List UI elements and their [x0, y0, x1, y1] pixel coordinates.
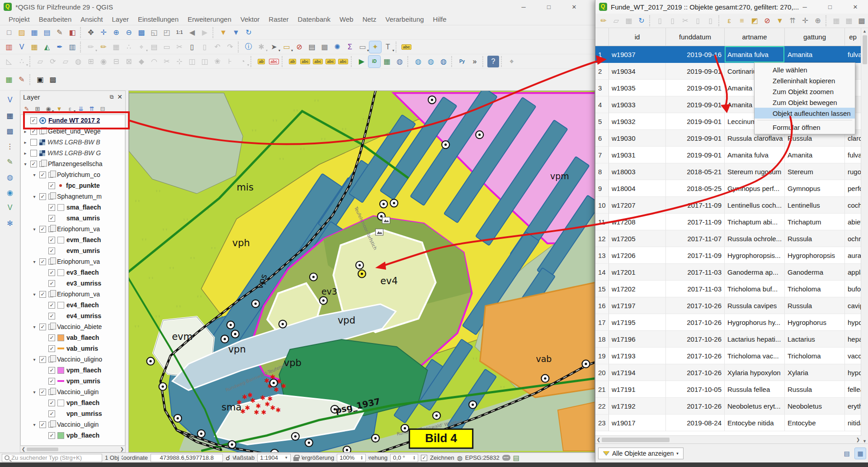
save-layer-edits-icon[interactable]: ▦: [110, 41, 122, 53]
crs-value[interactable]: EPSG:25832: [465, 454, 500, 461]
cell-gattung[interactable]: Gymnopus: [785, 180, 845, 197]
panel-close-icon[interactable]: ✕: [117, 93, 123, 100]
attr-toggle-editing-icon[interactable]: ✏: [598, 15, 609, 27]
attr-move-selection-top-icon[interactable]: ⇈: [787, 15, 798, 27]
add-mesh-layer-icon[interactable]: ◭: [41, 41, 53, 53]
map-canvas[interactable]: ♀♀♀♀♀♀♀♀♀♀♀♀♀♀♀♀♀♀♀♀♀♀♀♀♀♀♀♀♀♀♀♀♀♀♀♀♀♀♀♀…: [128, 91, 595, 453]
layer-tree-item-eriophorum-va[interactable]: ▾✓Eriophorum_va: [21, 256, 125, 267]
main-maximize-button[interactable]: □: [536, 0, 561, 14]
cell-gattung[interactable]: Ganoderma: [785, 264, 845, 281]
cell-artname[interactable]: Lentinellus coch...: [725, 197, 785, 214]
layer-visibility-checkbox[interactable]: ✓: [48, 237, 55, 243]
open-project-icon[interactable]: ▨: [16, 27, 28, 38]
cell-rownum[interactable]: 17: [595, 314, 609, 331]
rotate-label-icon[interactable]: abc: [325, 56, 336, 67]
log-icon[interactable]: ▤: [513, 454, 519, 462]
cell-rownum[interactable]: 22: [595, 398, 609, 415]
layer-visibility-checkbox[interactable]: [30, 150, 37, 157]
layer-visibility-checkbox[interactable]: ✓: [48, 410, 55, 417]
cell-rownum[interactable]: 19: [595, 348, 609, 364]
cell-artname[interactable]: Lactarius hepati...: [725, 331, 785, 348]
cell-rownum[interactable]: 21: [595, 381, 609, 398]
map-find-marker[interactable]: [433, 412, 440, 419]
tree-expander-icon[interactable]: ▾: [23, 162, 28, 167]
cell-id[interactable]: w17194: [609, 364, 666, 381]
tree-expander-icon[interactable]: ▾: [32, 194, 37, 199]
layer-tree-item-eriophorum-va[interactable]: ▾✓Eriophorum_va: [21, 224, 125, 234]
attr-vscrollbar[interactable]: ▲ ▼: [861, 28, 868, 444]
identify-features-icon[interactable]: ⓘ: [243, 41, 255, 53]
fill-ring-icon[interactable]: ◉: [98, 56, 109, 67]
cell-gattung[interactable]: Amanita: [785, 46, 845, 63]
open-layer-styling-icon[interactable]: ✎: [22, 104, 32, 114]
cell-id[interactable]: w17202: [609, 281, 666, 297]
field-calculator-icon[interactable]: ▩: [319, 41, 330, 53]
cell-rownum[interactable]: 13: [595, 247, 609, 264]
table-view-toggle[interactable]: ▦: [855, 448, 866, 459]
save-project-icon[interactable]: ▦: [28, 27, 40, 38]
map-find-marker[interactable]: [541, 375, 549, 382]
menu-einstellungen[interactable]: Einstellungen: [134, 14, 183, 24]
delete-part-icon[interactable]: ⊠: [123, 56, 135, 67]
table-row-w18003[interactable]: 8w180032018-05-21Stereum rugosumStereumr…: [595, 163, 861, 180]
table-row-w19031[interactable]: 7w190312019-09-01Amanita fulvaAmanitaful…: [595, 147, 861, 163]
wms-search-icon[interactable]: ◍: [425, 56, 437, 67]
attr-reload-icon[interactable]: ↻: [636, 15, 647, 27]
table-row-w17196[interactable]: 18w171962017-10-26Lactarius hepati...Lac…: [595, 331, 861, 348]
cell-id[interactable]: w17201: [609, 264, 666, 281]
column-header-funddatum[interactable]: funddatum: [666, 28, 725, 46]
cell-rownum[interactable]: 16: [595, 297, 609, 314]
processing-gear-icon[interactable]: ✺: [331, 41, 343, 53]
cell-rownum[interactable]: 12: [595, 230, 609, 247]
pin-labels-icon[interactable]: ab: [287, 56, 298, 67]
label-toolbar-abc-icon[interactable]: abc: [401, 41, 412, 53]
tree-expander-icon[interactable]: ▸: [23, 129, 28, 134]
layer-visibility-checkbox[interactable]: ✓: [48, 182, 55, 189]
menu-ansicht[interactable]: Ansicht: [76, 14, 107, 24]
messages-icon[interactable]: •••: [502, 455, 510, 461]
zoom-in-icon[interactable]: ⊕: [110, 27, 122, 38]
layer-diagram-icon[interactable]: abc: [268, 56, 280, 67]
cell-id[interactable]: w17205: [609, 230, 666, 247]
help-contents-icon[interactable]: ?: [487, 56, 499, 67]
layer-visibility-checkbox[interactable]: ✓: [48, 345, 55, 352]
layer-tree-item-ev4-umriss[interactable]: ✓ev4_umriss: [21, 310, 125, 321]
cell-rownum[interactable]: 3: [595, 80, 609, 96]
tree-expander-icon[interactable]: ▾: [32, 357, 37, 362]
map-find-marker[interactable]: [372, 434, 379, 442]
attr-field-calculator-icon[interactable]: ▩: [856, 15, 868, 27]
cell-funddatum[interactable]: 2017-10-26: [666, 297, 725, 314]
current-edits-icon[interactable]: ✏▾: [85, 41, 97, 53]
cell-ep[interactable]: ochrole: [845, 230, 861, 247]
cell-gattung[interactable]: Tricholoma: [785, 348, 845, 364]
map-find-marker[interactable]: [159, 383, 167, 391]
layer-visibility-checkbox[interactable]: [30, 139, 37, 146]
db-manager-icon[interactable]: ◍: [394, 56, 406, 67]
cell-artname[interactable]: Russula cavipes: [725, 297, 785, 314]
attr-invert-selection-icon[interactable]: ◩: [749, 15, 760, 27]
table-row-w17191[interactable]: 21w171912017-10-05Russula felleaRussulaf…: [595, 381, 861, 398]
table-row-w17206[interactable]: 13w172062017-11-09Hygrophoropsis...Hygro…: [595, 247, 861, 264]
layer-tree-item-vpn-umriss[interactable]: ✓vpn_umriss: [21, 408, 125, 419]
context-menu-item-zum-objekt-bewegen[interactable]: Zum Objekt bewegen: [755, 97, 855, 108]
map-find-marker[interactable]: [221, 335, 229, 343]
cell-funddatum[interactable]: 2017-11-09: [666, 197, 725, 214]
layer-tree-item-vaccinio-uligino[interactable]: ▾✓Vaccinio_uligino: [21, 354, 125, 365]
table-row-w17193[interactable]: 19w171932017-10-26Tricholoma vac...Trich…: [595, 348, 861, 364]
layer-tree-item-fpc-punkte[interactable]: ✓fpc_punkte: [21, 180, 125, 191]
add-part-icon[interactable]: ⊞: [85, 56, 97, 67]
cell-id[interactable]: w17192: [609, 398, 666, 415]
cell-id[interactable]: w18004: [609, 180, 666, 197]
coordinate-value[interactable]: 473988.6,5397718.8: [151, 454, 223, 462]
map-find-marker[interactable]: [320, 297, 327, 305]
cell-ep[interactable]: applana: [845, 264, 861, 281]
cell-id[interactable]: w17197: [609, 297, 666, 314]
cell-ep[interactable]: perfora: [845, 180, 861, 197]
cell-ep[interactable]: fulva: [845, 147, 861, 163]
show-hidden-labels-icon[interactable]: abc: [299, 56, 311, 67]
cell-id[interactable]: w17207: [609, 197, 666, 214]
attr-copy-icon[interactable]: ▯: [692, 15, 704, 27]
cell-artname[interactable]: Hygrophoropsis...: [725, 247, 785, 264]
cell-id[interactable]: w17208: [609, 214, 666, 230]
layer-tree-item-vpn-flaech[interactable]: ✓vpn_flaech: [21, 397, 125, 408]
